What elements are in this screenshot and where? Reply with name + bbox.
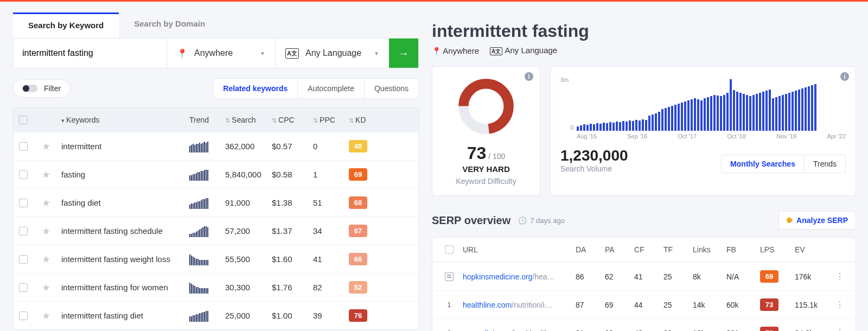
scol-tf[interactable]: TF [663,245,688,254]
keyword-title: intermittent fasting [432,21,856,41]
kd-score: 73 [467,143,487,163]
serp-url[interactable]: mayoclinic.org/healthy-lif… [463,329,571,332]
col-ppc[interactable]: PPC [313,116,346,124]
lps-badge: 72 [760,327,778,331]
ev-cell: 176k [795,272,827,281]
location-select[interactable]: 📍 Anywhere ▼ [167,39,275,68]
scol-lps[interactable]: LPS [760,245,790,254]
da-cell: 87 [576,301,601,309]
scol-pa[interactable]: PA [605,245,630,254]
row-menu-icon[interactable]: ⋮ [832,328,848,331]
keyword-cell: fasting diet [61,198,186,207]
search-button[interactable]: → [389,39,418,68]
row-checkbox[interactable] [19,170,28,179]
toggle-icon [22,85,37,92]
row-menu-icon[interactable]: ⋮ [832,271,848,282]
serp-url[interactable]: healthline.com/nutrition/i… [463,301,571,309]
ppc-cell: 39 [313,311,346,320]
keywords-table: Keywords Trend Search CPC PPC KD ★ inter… [13,107,419,330]
star-icon[interactable]: ★ [42,169,58,181]
star-icon[interactable]: ★ [42,141,58,152]
trend-sparkline [189,169,222,181]
row-checkbox[interactable] [19,311,28,320]
cpc-cell: $1.37 [272,226,310,235]
info-icon[interactable]: i [525,72,533,81]
serp-url[interactable]: hopkinsmedicine.org/hea… [463,272,571,281]
table-row[interactable]: ★ intermittent fasting schedule 57,200 $… [14,217,418,245]
subtab-autocomplete[interactable]: Autocomplete [297,79,364,98]
language-select[interactable]: A文 Any Language ▼ [275,39,389,68]
trend-sparkline [189,197,222,209]
search-mode-tabs: Search by Keyword Search by Domain [13,12,419,38]
scol-da[interactable]: DA [576,245,601,254]
volume-label: Search Volume [560,164,628,173]
scol-ev[interactable]: EV [795,245,827,254]
fb-cell: 60k [726,301,756,309]
arrow-right-icon: → [398,47,409,60]
cf-cell: 44 [634,301,659,309]
keyword-cell: intermittent fasting for women [61,283,186,292]
star-icon[interactable]: ★ [42,225,58,237]
row-checkbox[interactable] [19,199,28,207]
scol-links[interactable]: Links [693,245,722,254]
serp-row[interactable]: 1 healthline.com/nutrition/i… 87 69 44 2… [432,290,856,319]
scol-cf[interactable]: CF [634,245,659,254]
volume-segment: Monthly Searches Trends [721,155,846,173]
star-icon[interactable]: ★ [42,310,58,322]
subtab-questions[interactable]: Questions [364,79,418,98]
search-cell: 55,500 [225,254,269,264]
row-checkbox[interactable] [19,142,28,151]
star-icon[interactable]: ★ [42,282,58,294]
table-row[interactable]: ★ fasting 5,840,000 $0.58 1 69 [14,160,418,188]
scol-fb[interactable]: FB [726,245,756,254]
table-row[interactable]: ★ intermittent fasting diet 25,000 $1.00… [14,301,418,329]
subtab-related[interactable]: Related keywords [213,79,297,98]
keyword-input[interactable] [14,39,167,68]
tab-search-domain[interactable]: Search by Domain [119,12,220,38]
keyword-cell: intermittent fasting schedule [61,226,186,235]
table-row[interactable]: ★ fasting diet 91,000 $1.38 51 68 [14,188,418,217]
kd-badge: 69 [349,168,367,181]
da-cell: 86 [576,272,601,281]
fb-cell: 301 [726,329,756,332]
select-all-checkbox[interactable] [19,116,28,124]
serp-row[interactable]: hopkinsmedicine.org/hea… 86 62 41 25 8k … [432,262,856,290]
col-kd[interactable]: KD [349,116,387,124]
seg-monthly[interactable]: Monthly Searches [722,155,804,173]
col-keywords[interactable]: Keywords [61,116,186,124]
scol-url[interactable]: URL [463,245,571,254]
serp-title: SERP overview [432,214,510,227]
x-axis-labels: Aug '15Sep '16Oct '17Oct '18Nov '19Apr '… [560,133,846,139]
star-icon[interactable]: ★ [42,253,58,265]
row-menu-icon[interactable]: ⋮ [832,300,848,310]
expand-icon[interactable] [445,245,454,254]
seg-trends[interactable]: Trends [804,155,845,173]
lps-badge: 73 [760,298,778,311]
row-checkbox[interactable] [19,227,28,235]
table-row[interactable]: ★ intermittent fasting for women 30,300 … [14,273,418,301]
kd-badge: 66 [349,253,367,265]
serp-row[interactable]: 2 mayoclinic.org/healthy-lif… 91 62 42 2… [432,319,856,331]
kd-badge: 68 [349,196,367,209]
analyze-serp-button[interactable]: Analyze SERP [778,211,856,230]
search-cell: 91,000 [225,198,269,207]
table-row[interactable]: ★ intermittent fasting weight loss 55,50… [14,245,418,273]
links-cell: 18k [693,329,722,332]
row-checkbox[interactable] [19,283,28,292]
search-cell: 30,300 [225,283,269,292]
chevron-down-icon: ▼ [260,50,265,56]
tf-cell: 29 [663,329,688,332]
keyword-cell: intermittent fasting diet [61,311,186,320]
col-trend[interactable]: Trend [189,116,222,124]
star-icon[interactable]: ★ [42,197,58,209]
col-cpc[interactable]: CPC [272,116,310,124]
cpc-cell: $1.60 [272,254,310,264]
lps-badge: 69 [760,270,778,283]
filter-toggle[interactable]: Filter [13,79,70,98]
tab-search-keyword[interactable]: Search by Keyword [13,12,119,38]
dot-icon [787,218,792,223]
col-search[interactable]: Search [225,116,269,124]
row-checkbox[interactable] [19,255,28,264]
ppc-cell: 82 [313,283,346,292]
table-row[interactable]: ★ intermittent 362,000 $0.57 0 40 [14,132,418,160]
